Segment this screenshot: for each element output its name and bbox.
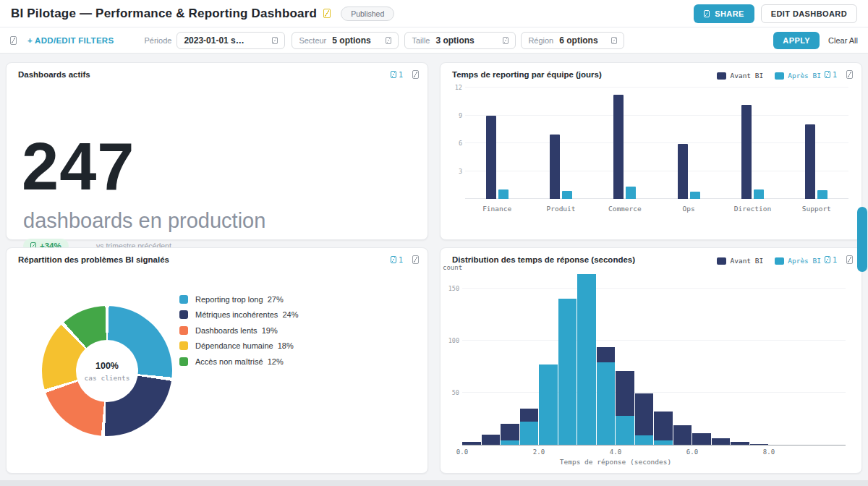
histogram-bin[interactable] [712,268,731,445]
histogram-bin[interactable] [482,268,501,445]
bar-category-label: Produit [529,205,592,213]
histogram-xlabel: Temps de réponse (secondes) [560,458,671,466]
share-button-label: SHARE [715,9,744,18]
histogram-bin[interactable] [635,268,654,445]
bar-group-direction[interactable] [720,88,784,199]
secteur-filter-value: 5 options [332,35,370,46]
histogram-card: Distribution des temps de réponse (secon… [440,247,862,474]
donut-center: 100% cas clients [76,340,138,402]
date-filter-input[interactable]: 2023-01-01 s… [176,32,285,49]
histogram-bin[interactable] [558,268,577,445]
bin-apres-bi [558,299,577,445]
kpi-subtitle: dashboards en production [23,209,265,233]
bar-après-bi[interactable] [817,190,827,199]
histogram-bin[interactable] [731,268,749,445]
histogram-bin[interactable] [577,268,596,445]
y-axis-tick: 100 [442,337,459,344]
app-header: BI Pilotage — Performance & Reporting Da… [0,0,868,27]
bin-apres-bi [520,422,539,445]
histogram-bin[interactable] [597,268,616,445]
donut-legend-item[interactable]: Reporting trop long 27% [179,291,298,307]
add-edit-filters-link[interactable]: + ADD/EDIT FILTERS [27,36,114,45]
card-menu-icon[interactable] [412,70,419,79]
histogram-bin[interactable] [539,268,558,445]
chevron-down-icon [503,37,509,44]
x-axis-tick: 8.0 [763,448,775,456]
legend-swatch [717,72,726,80]
taille-filter[interactable]: Taille 3 options [404,32,516,49]
bar-avant-bi[interactable] [805,124,815,199]
region-filter-label: Région [528,36,553,45]
legend-swatch [717,257,726,265]
histogram-bin[interactable] [520,268,539,445]
bin-avant-bi [654,412,673,445]
filter-count-badge: 1 [825,71,837,79]
histogram-bin[interactable] [750,268,769,445]
histogram-bin[interactable] [616,268,634,445]
card-menu-icon[interactable] [412,255,419,264]
histogram-bin[interactable] [501,268,519,445]
donut-legend-item[interactable]: Métriques incohérentes 24% [179,307,298,323]
y-axis-tick: 150 [442,285,459,292]
legend-label: Avant BI [730,72,763,80]
card-menu-icon[interactable] [846,255,853,264]
bar-avant-bi[interactable] [613,95,624,199]
edit-dashboard-button[interactable]: EDIT DASHBOARD [761,4,857,23]
scrollbar-thumb[interactable] [857,207,867,272]
filter-icon [10,36,17,45]
legend-item-avant-bi[interactable]: Avant BI [717,72,763,80]
share-button[interactable]: SHARE [694,4,754,23]
donut-chart[interactable]: 100% cas clients [42,306,172,436]
donut-legend-item[interactable]: Dashboards lents 19% [179,323,298,338]
card-menu-icon[interactable] [846,70,853,79]
donut-legend-item[interactable]: Accès non maîtrisé 12% [179,354,298,370]
x-axis-tick: 4.0 [610,448,621,456]
bar-avant-bi[interactable] [678,144,688,199]
histogram-bin[interactable] [462,268,481,445]
bar-group-produit[interactable] [529,88,592,199]
legend-item-avant-bi[interactable]: Avant BI [717,257,763,265]
edit-dashboard-label: EDIT DASHBOARD [771,9,847,18]
bar-group-ops[interactable] [657,88,720,199]
histogram-title: Distribution des temps de réponse (secon… [452,255,635,264]
filter-badge-icon [825,256,830,263]
region-filter[interactable]: Région 6 options [521,32,624,49]
histogram-bin[interactable] [692,268,711,445]
dashboard-emoji-icon [323,9,331,18]
bar-category-label: Finance [465,205,529,213]
bin-apres-bi [635,435,654,445]
legend-item-après-bi[interactable]: Après BI [775,72,821,80]
histogram-bin[interactable] [673,268,692,445]
secteur-filter[interactable]: Secteur 5 options [292,32,399,49]
bar-après-bi[interactable] [562,191,572,199]
clear-all-link[interactable]: Clear All [828,36,858,45]
y-axis-tick: 12 [449,84,462,91]
donut-chart-card: Répartition des problèmes BI signalés 1 … [6,247,428,474]
donut-legend-item[interactable]: Dépendance humaine 18% [179,338,298,354]
bin-avant-bi [750,444,769,445]
bar-après-bi[interactable] [626,187,636,199]
bar-group-commerce[interactable] [593,88,657,199]
legend-swatch [179,326,188,335]
kpi-value: 247 [22,141,135,193]
donut-legend-label: Dépendance humaine 18% [195,341,294,350]
histogram-bin[interactable] [654,268,673,445]
bar-après-bi[interactable] [498,189,509,199]
taille-filter-value: 3 options [435,35,474,46]
bar-category-label: Support [785,205,848,213]
bar-après-bi[interactable] [754,189,764,199]
window-bottom-edge [0,480,868,486]
bar-avant-bi[interactable] [741,105,752,199]
filter-badge-icon [825,71,830,78]
apply-button[interactable]: APPLY [773,32,820,49]
bar-group-support[interactable] [785,88,848,199]
bar-group-finance[interactable] [465,88,529,199]
bin-apres-bi [654,440,673,445]
legend-item-après-bi[interactable]: Après BI [775,257,821,265]
donut-center-value: 100% [95,361,119,371]
date-filter-value: 2023-01-01 s… [184,35,244,46]
bar-avant-bi[interactable] [486,116,496,200]
bar-avant-bi[interactable] [550,135,560,199]
filter-badge-icon [391,256,396,263]
bar-après-bi[interactable] [690,192,700,199]
